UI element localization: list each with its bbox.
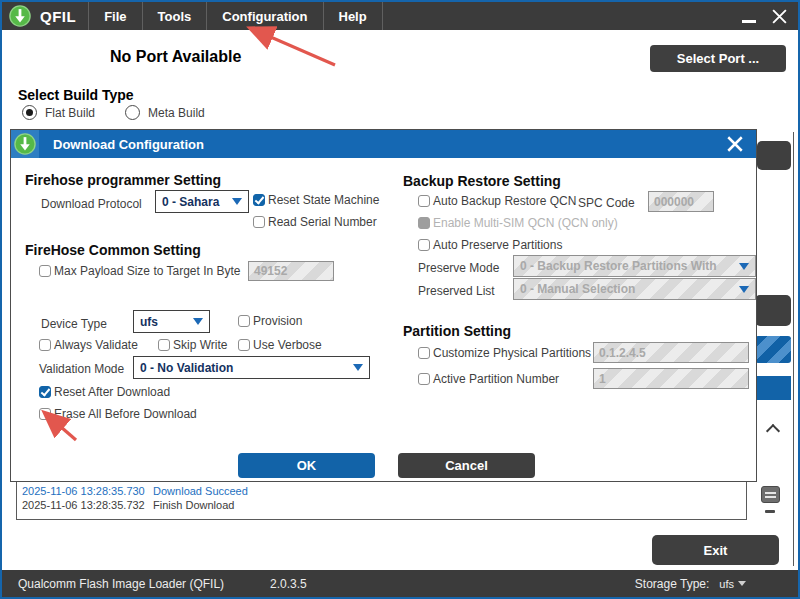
checkbox-label: Enable Multi-SIM QCN (QCN only) xyxy=(433,216,618,230)
partial-button-top-right[interactable] xyxy=(757,141,791,170)
panel-border-line xyxy=(793,132,794,566)
download-protocol-value: 0 - Sahara xyxy=(162,195,219,209)
erase-all-before-download-checkbox[interactable]: Erase All Before Download xyxy=(39,407,197,421)
device-type-value: ufs xyxy=(140,315,158,329)
storage-type-label: Storage Type: xyxy=(635,577,710,591)
dialog-title: Download Configuration xyxy=(53,137,204,152)
checkbox-box xyxy=(253,216,265,228)
firehose-programmer-heading: Firehose programmer Setting xyxy=(25,172,221,188)
storage-type-select[interactable]: ufs xyxy=(719,578,746,590)
chevron-down-icon xyxy=(739,286,749,293)
close-icon xyxy=(726,135,744,153)
log-timestamp: 2025-11-06 13:28:35.732 xyxy=(22,499,150,511)
scrollbar-thumb[interactable] xyxy=(765,510,775,513)
download-protocol-dropdown[interactable]: 0 - Sahara xyxy=(155,190,249,213)
chevron-down-icon xyxy=(232,198,242,205)
checkbox-label: Skip Write xyxy=(173,338,227,352)
cancel-button[interactable]: Cancel xyxy=(398,453,535,478)
checkbox-label: Auto Backup Restore QCN xyxy=(433,194,576,208)
select-build-type-heading: Select Build Type xyxy=(18,87,134,103)
checkbox-box xyxy=(418,347,430,359)
partial-disabled-button-right xyxy=(755,336,791,363)
meta-build-radio[interactable] xyxy=(125,105,140,120)
status-bar: Qualcomm Flash Image Loader (QFIL) 2.0.3… xyxy=(2,570,798,597)
menu-tools[interactable]: Tools xyxy=(142,2,207,30)
skip-write-checkbox[interactable]: Skip Write xyxy=(158,338,227,352)
checkbox-label: Customize Physical Partitions xyxy=(433,346,591,360)
spc-code-field: 000000 xyxy=(648,191,714,212)
checkmark-icon xyxy=(254,194,264,204)
statusbar-version: 2.0.3.5 xyxy=(270,577,307,591)
checkbox-label: Max Payload Size to Target In Byte xyxy=(54,264,241,278)
reset-after-download-checkbox[interactable]: Reset After Download xyxy=(39,385,170,399)
flat-build-radio[interactable] xyxy=(22,105,37,120)
flat-build-label: Flat Build xyxy=(45,106,95,120)
checkbox-box xyxy=(39,386,51,398)
use-verbose-checkbox[interactable]: Use Verbose xyxy=(238,338,322,352)
log-menu-icon[interactable] xyxy=(761,486,780,503)
download-protocol-label: Download Protocol xyxy=(41,197,142,211)
customize-physical-partitions-checkbox[interactable]: Customize Physical Partitions xyxy=(418,346,591,360)
chevron-down-icon xyxy=(738,581,746,586)
window-titlebar: QFIL File Tools Configuration Help xyxy=(2,2,798,30)
build-type-radios: Flat Build Meta Build xyxy=(22,105,227,120)
active-partition-number-checkbox[interactable]: Active Partition Number xyxy=(418,372,559,386)
reset-state-machine-checkbox[interactable]: Reset State Machine xyxy=(253,193,379,207)
validation-mode-label: Validation Mode xyxy=(39,362,124,376)
partial-button-right[interactable] xyxy=(755,295,791,326)
close-icon xyxy=(771,8,788,25)
window-controls xyxy=(736,2,798,30)
chevron-down-icon xyxy=(739,263,749,270)
checkbox-box xyxy=(418,195,430,207)
checkbox-label: Auto Preserve Partitions xyxy=(433,238,562,252)
minimize-icon xyxy=(742,20,756,23)
log-message: Finish Download xyxy=(153,499,234,511)
active-partition-field: 1 xyxy=(593,368,749,389)
dialog-close-button[interactable] xyxy=(722,131,748,157)
validation-mode-value: 0 - No Validation xyxy=(140,361,233,375)
storage-type-value: ufs xyxy=(719,578,734,590)
checkbox-box xyxy=(238,315,250,327)
chevron-down-icon xyxy=(353,364,363,371)
checkbox-label: Active Partition Number xyxy=(433,372,559,386)
checkbox-box xyxy=(158,339,170,351)
device-type-dropdown[interactable]: ufs xyxy=(133,310,210,333)
spc-code-label: SPC Code xyxy=(578,196,635,210)
partition-setting-heading: Partition Setting xyxy=(403,323,511,339)
auto-preserve-partitions-checkbox[interactable]: Auto Preserve Partitions xyxy=(418,238,562,252)
auto-backup-restore-qcn-checkbox[interactable]: Auto Backup Restore QCN xyxy=(418,194,576,208)
partial-blue-button-right[interactable] xyxy=(755,376,791,400)
read-serial-number-checkbox[interactable]: Read Serial Number xyxy=(253,215,377,229)
log-row: 2025-11-06 13:28:35.732 Finish Download xyxy=(22,499,234,511)
preserved-list-value: 0 - Manual Selection xyxy=(520,282,635,296)
max-payload-checkbox[interactable]: Max Payload Size to Target In Byte xyxy=(39,264,241,278)
dialog-icon-wrap xyxy=(11,130,39,158)
ok-button[interactable]: OK xyxy=(238,453,375,478)
checkbox-label: Reset After Download xyxy=(54,385,170,399)
scroll-up-icon[interactable] xyxy=(766,424,780,438)
customize-partitions-field: 0.1.2.4.5 xyxy=(593,342,749,363)
preserved-list-label: Preserved List xyxy=(418,284,495,298)
meta-build-label: Meta Build xyxy=(148,106,205,120)
always-validate-checkbox[interactable]: Always Validate xyxy=(39,338,138,352)
checkbox-box xyxy=(253,194,265,206)
checkbox-label: Read Serial Number xyxy=(268,215,377,229)
checkmark-icon xyxy=(40,386,50,396)
window-close-button[interactable] xyxy=(762,2,796,30)
menu-bar: File Tools Configuration Help xyxy=(88,2,383,30)
menu-configuration[interactable]: Configuration xyxy=(206,2,322,30)
dialog-titlebar: Download Configuration xyxy=(11,130,756,158)
minimize-button[interactable] xyxy=(736,2,762,30)
download-icon xyxy=(14,133,36,155)
menu-help[interactable]: Help xyxy=(323,2,383,30)
provision-checkbox[interactable]: Provision xyxy=(238,314,302,328)
checkbox-box xyxy=(238,339,250,351)
exit-button[interactable]: Exit xyxy=(652,535,779,565)
preserved-list-dropdown: 0 - Manual Selection xyxy=(513,278,756,300)
preserve-mode-dropdown: 0 - Backup Restore Partitions With xyxy=(513,255,756,277)
select-port-button[interactable]: Select Port ... xyxy=(650,45,786,72)
validation-mode-dropdown[interactable]: 0 - No Validation xyxy=(133,356,370,379)
no-port-status: No Port Available xyxy=(110,48,241,66)
enable-multi-sim-qcn-checkbox: Enable Multi-SIM QCN (QCN only) xyxy=(418,216,618,230)
menu-file[interactable]: File xyxy=(88,2,141,30)
